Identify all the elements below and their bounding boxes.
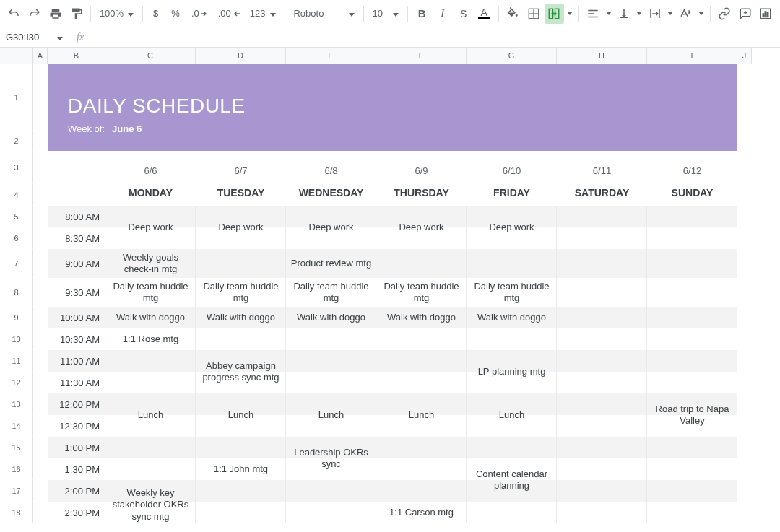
schedule-event[interactable]: Walk with doggo (376, 307, 467, 328)
row-header[interactable]: 8 (0, 278, 33, 307)
undo-button[interactable] (4, 4, 24, 24)
schedule-event[interactable]: Deep work (196, 206, 286, 249)
more-formats-dropdown[interactable]: 123 (246, 4, 280, 24)
column-header[interactable]: D (196, 48, 286, 64)
row-header[interactable]: 15 (0, 437, 33, 458)
schedule-event[interactable]: Daily team huddle mtg (286, 278, 376, 307)
schedule-event[interactable]: Lunch (286, 393, 376, 437)
row-header[interactable]: 7 (0, 249, 33, 278)
schedule-event[interactable]: Walk with doggo (467, 307, 557, 328)
h-align-dropdown[interactable] (604, 4, 613, 24)
caret-down-icon (393, 8, 399, 19)
select-all-corner[interactable] (0, 48, 33, 64)
row-header[interactable]: 13 (0, 393, 33, 415)
text-rotation-button[interactable] (676, 4, 696, 24)
row-header[interactable]: 6 (0, 227, 33, 249)
banner-title: DAILY SCHEDULE (68, 95, 246, 118)
row-header[interactable]: 17 (0, 480, 33, 502)
wrap-dropdown[interactable] (666, 4, 675, 24)
paint-format-button[interactable] (66, 4, 86, 24)
schedule-event[interactable]: Deep work (105, 206, 196, 249)
schedule-event[interactable]: Lunch (376, 393, 467, 437)
schedule-event[interactable]: Product review mtg (286, 249, 376, 278)
schedule-event[interactable]: Walk with doggo (196, 307, 286, 328)
schedule-event[interactable]: 1:1 John mtg (196, 458, 286, 480)
schedule-event[interactable]: Daily team huddle mtg (196, 278, 286, 307)
time-label: 11:30 AM (48, 372, 105, 393)
row-header[interactable]: 16 (0, 458, 33, 480)
column-header[interactable]: B (48, 48, 105, 64)
font-dropdown[interactable]: Roboto (289, 4, 358, 24)
schedule-event[interactable]: Deep work (376, 206, 467, 249)
column-header[interactable]: I (647, 48, 737, 64)
column-header[interactable]: A (33, 48, 48, 64)
rotation-dropdown[interactable] (697, 4, 706, 24)
row-header[interactable]: 3 (0, 151, 33, 184)
schedule-event[interactable]: Deep work (286, 206, 376, 249)
schedule-event[interactable]: Weekly goals check-in mtg (105, 249, 196, 278)
zoom-dropdown[interactable]: 100% (95, 4, 138, 24)
merge-cells-button[interactable] (545, 4, 564, 24)
fill-color-button[interactable] (503, 4, 523, 24)
print-button[interactable] (46, 4, 65, 24)
column-header[interactable]: E (286, 48, 376, 64)
schedule-event[interactable]: Deep work (467, 206, 557, 249)
formula-input[interactable] (91, 27, 780, 47)
borders-button[interactable] (524, 4, 543, 24)
redo-button[interactable] (25, 4, 45, 24)
insert-link-button[interactable] (715, 4, 734, 24)
row-header[interactable]: 12 (0, 372, 33, 393)
row-header[interactable]: 1 (0, 64, 33, 131)
row-header[interactable]: 4 (0, 184, 33, 206)
schedule-event[interactable]: 1:1 Rose mtg (105, 328, 196, 350)
percent-button[interactable]: % (165, 4, 186, 24)
insert-comment-button[interactable] (735, 4, 755, 24)
schedule-event[interactable]: Abbey campaign progress sync mtg (196, 350, 286, 393)
schedule-event[interactable]: Weekly key stakeholder OKRs sync mtg (105, 480, 196, 523)
schedule-event[interactable]: Daily team huddle mtg (105, 278, 196, 307)
cells-area[interactable]: DAILY SCHEDULEWeek of:June 66/6MONDAY6/7… (33, 64, 752, 523)
svg-rect-15 (768, 12, 769, 17)
strikethrough-button[interactable]: S (454, 4, 473, 24)
row-header[interactable]: 2 (0, 131, 33, 151)
row-header[interactable]: 9 (0, 307, 33, 328)
formula-bar-row: G30:I30 fx (0, 27, 780, 48)
decrease-decimal-button[interactable]: .0 (187, 4, 212, 24)
name-box[interactable]: G30:I30 (0, 27, 69, 47)
row-header[interactable]: 18 (0, 502, 33, 523)
text-color-button[interactable]: A (474, 4, 494, 24)
schedule-event[interactable]: Lunch (467, 393, 557, 437)
column-header[interactable]: H (557, 48, 647, 64)
schedule-event[interactable]: Daily team huddle mtg (467, 278, 557, 307)
schedule-event[interactable]: Content calendar planning (467, 458, 557, 502)
italic-button[interactable]: I (433, 4, 452, 24)
bold-button[interactable]: B (412, 4, 432, 24)
text-wrap-button[interactable] (645, 4, 664, 24)
schedule-event[interactable]: Daily team huddle mtg (376, 278, 467, 307)
schedule-event[interactable]: Lunch (196, 393, 286, 437)
currency-button[interactable]: $ (147, 4, 164, 24)
row-header[interactable]: 5 (0, 206, 33, 227)
column-header[interactable]: F (376, 48, 467, 64)
schedule-event[interactable]: LP planning mtg (467, 350, 557, 393)
row-header[interactable]: 14 (0, 415, 33, 437)
column-header[interactable]: C (105, 48, 196, 64)
increase-decimal-button[interactable]: .00 (214, 4, 244, 24)
v-align-dropdown[interactable] (635, 4, 644, 24)
schedule-event[interactable]: Walk with doggo (105, 307, 196, 328)
schedule-event[interactable]: Leadership OKRs sync (286, 437, 376, 480)
schedule-event[interactable]: Walk with doggo (286, 307, 376, 328)
vertical-align-button[interactable] (615, 4, 634, 24)
column-header[interactable]: J (737, 48, 752, 64)
merge-dropdown[interactable] (566, 4, 574, 24)
row-header[interactable]: 10 (0, 328, 33, 350)
row-header[interactable]: 11 (0, 350, 33, 372)
schedule-event[interactable]: 1:1 Carson mtg (376, 502, 467, 523)
schedule-event[interactable]: Road trip to Napa Valley (647, 307, 737, 523)
column-header[interactable]: G (467, 48, 557, 64)
font-size-dropdown[interactable]: 10 (368, 4, 402, 24)
insert-chart-button[interactable] (756, 4, 776, 24)
horizontal-align-button[interactable] (584, 4, 603, 24)
schedule-event[interactable]: Lunch (105, 393, 196, 437)
font-size: 10 (372, 8, 382, 19)
